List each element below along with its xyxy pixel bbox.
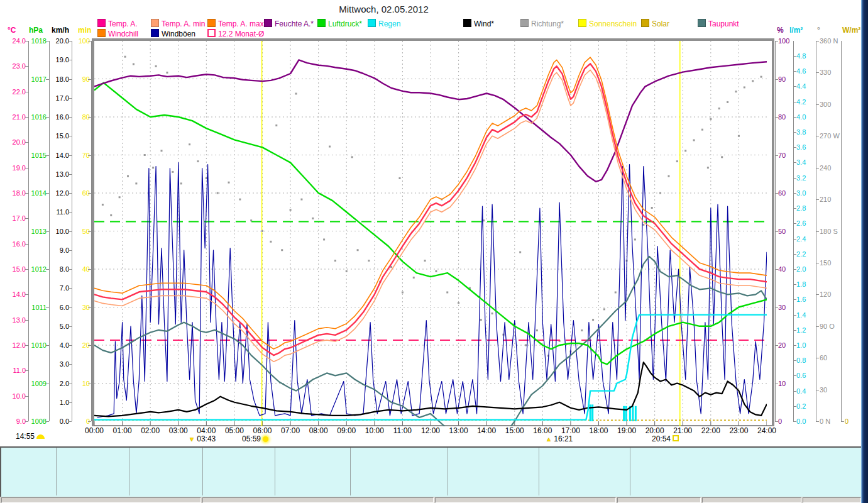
axis-tick: [793, 421, 796, 422]
richtung-dot: [615, 291, 617, 293]
x-axis-label: 13:00: [449, 426, 468, 435]
richtung-dot: [519, 252, 521, 253]
axis-tick-label: 1.2: [796, 327, 806, 334]
table-divider: [202, 448, 203, 495]
axis-tick-label: 0: [66, 418, 90, 425]
status-segment: [803, 497, 861, 503]
axis-tick: [816, 199, 819, 200]
legend-item-temp-a-[interactable]: Temp. A.: [97, 19, 138, 27]
richtung-dot: [357, 249, 359, 251]
x-axis-label: 09:00: [337, 426, 356, 435]
axis-tick-label: 60: [778, 190, 786, 197]
richtung-dot: [693, 139, 695, 141]
axis-tick-label: 11.0: [45, 209, 69, 216]
axis-tick-label: 60: [66, 190, 90, 197]
status-segment: [617, 497, 701, 503]
legend-swatch-icon: [207, 29, 216, 37]
axis-tick-label: 14.0: [2, 291, 26, 298]
window-border[interactable]: [861, 0, 868, 503]
axis-tick-label: 1.4: [796, 312, 806, 319]
axis-tick-label: 11.0: [2, 367, 26, 374]
table-divider: [350, 448, 351, 495]
legend-item-temp-a-max[interactable]: Temp. A. max: [207, 19, 264, 27]
richtung-dot: [525, 345, 527, 346]
richtung-dot: [368, 260, 370, 262]
axis-tick: [816, 421, 819, 422]
table-divider: [539, 448, 539, 495]
richtung-dot: [239, 199, 241, 201]
axis-tick: [25, 294, 28, 295]
axis-tick-label: 1.6: [796, 296, 806, 303]
axis-tick: [88, 41, 91, 41]
axis-tick-label: 4.4: [796, 83, 806, 90]
x-axis-label: 18:00: [589, 426, 608, 435]
axis-tick-label: 3.0: [45, 361, 69, 368]
x-axis-label: 19:00: [617, 426, 636, 435]
richtung-dot: [155, 65, 157, 67]
legend-item-temp-a-min[interactable]: Temp. A. min: [151, 19, 205, 27]
richtung-dot: [707, 167, 709, 169]
marker-time: 20:54: [652, 434, 671, 443]
legend-item-luftdruck-[interactable]: Luftdruck*: [317, 19, 362, 27]
plot-area[interactable]: [92, 38, 774, 426]
legend-item-richtung-[interactable]: Richtung*: [520, 19, 564, 27]
axis-tick-label: 2.0: [796, 266, 806, 273]
table-divider: [448, 448, 448, 495]
richtung-dot: [110, 214, 112, 216]
axis-tick-label: 0.8: [796, 357, 806, 364]
legend-item-feuchte-a-[interactable]: Feuchte A.*: [264, 19, 314, 27]
richtung-dot: [300, 199, 302, 201]
temp-series: [94, 64, 767, 355]
richtung-dot: [446, 291, 448, 293]
table-divider: [129, 448, 129, 495]
axis-tick: [793, 147, 796, 148]
richtung-dot: [581, 329, 583, 331]
legend-swatch-icon: [317, 19, 326, 27]
richtung-dot: [727, 101, 728, 103]
axis-tick: [88, 307, 91, 308]
legend-item-wind-[interactable]: Wind*: [463, 19, 494, 27]
marker-time: 14:55: [16, 432, 35, 441]
axis-tick-label: 0.0: [796, 418, 806, 425]
axis-tick-label: 13.0: [2, 317, 26, 324]
richtung-dot: [312, 218, 314, 219]
legend-label: Temp. A. max: [218, 19, 264, 28]
legend-item-regen[interactable]: Regen: [368, 19, 400, 27]
richtung-dot: [435, 270, 437, 272]
axis-tick-label: 1.0: [45, 399, 69, 406]
axis-tick: [793, 102, 796, 102]
axis-tick-label: 16.0: [2, 241, 26, 248]
axis-tick-label: 40: [778, 266, 786, 273]
axis-tick-label: 150: [820, 260, 831, 267]
axis-tick-label: 270 W: [820, 133, 840, 140]
axis-tick-label: 180 S: [820, 228, 838, 235]
legend-item-windb-en[interactable]: Windböen: [151, 29, 195, 37]
x-axis-label: 10:00: [365, 426, 384, 435]
richtung-dot: [166, 72, 168, 74]
axis-tick: [793, 86, 796, 87]
axis-tick-label: 240: [820, 165, 831, 172]
legend-item-taupunkt[interactable]: Taupunkt: [698, 19, 739, 27]
axis-tick-label: 20.0: [2, 139, 26, 146]
richtung-dot: [642, 224, 644, 226]
axis-tick-label: 4.8: [796, 53, 806, 60]
legend-item-sonnenschein[interactable]: Sonnenschein: [578, 19, 637, 27]
x-axis-label: 06:00: [253, 426, 272, 435]
axis-tick: [793, 71, 796, 72]
moonset-marker: ▼ 03:43: [189, 434, 216, 443]
richtung-dot: [217, 192, 219, 194]
richtung-dot: [735, 91, 737, 92]
axis-tick-label: 23.0: [2, 63, 26, 70]
richtung-dot: [346, 270, 348, 272]
axis-tick-label: 3.0: [796, 190, 806, 197]
legend-item-solar[interactable]: Solar: [641, 19, 669, 27]
axis-tick: [793, 56, 796, 57]
day-length-marker: 14:55: [16, 432, 45, 441]
legend-item-windchill[interactable]: Windchill: [97, 29, 138, 37]
axis-tick: [775, 193, 778, 194]
axis-tick-label: 15.0: [45, 133, 69, 140]
day-graph[interactable]: [94, 41, 767, 426]
legend-item-12-2-monat-[interactable]: 12.2 Monat-Ø: [207, 29, 264, 37]
axis-tick: [88, 231, 91, 232]
axis-tick: [88, 421, 91, 422]
